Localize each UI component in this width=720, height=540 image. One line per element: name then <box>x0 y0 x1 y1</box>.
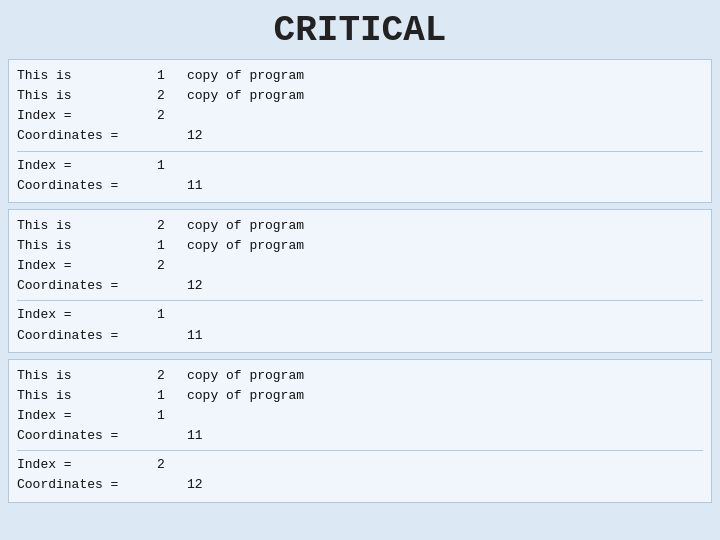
row-text: copy of program <box>187 66 703 86</box>
row-label: This is <box>17 66 157 86</box>
row-label: Index = <box>17 256 157 276</box>
block-2-0: This is2copy of programThis is1copy of p… <box>17 366 703 447</box>
row-val1: 1 <box>187 477 195 492</box>
row-text: 11 <box>187 176 703 196</box>
row-label: This is <box>17 366 157 386</box>
table-row: Coordinates =11 <box>17 326 703 346</box>
row-val2: 2 <box>195 477 203 492</box>
row-text: copy of program <box>187 216 703 236</box>
row-val1: 1 <box>187 278 195 293</box>
row-label: Coordinates = <box>17 276 157 296</box>
table-row: Index =1 <box>17 406 703 426</box>
row-label: Index = <box>17 106 157 126</box>
row-text: 11 <box>187 426 703 446</box>
row-num: 2 <box>157 455 187 475</box>
row-val1: 1 <box>187 178 195 193</box>
section-2: This is2copy of programThis is1copy of p… <box>8 359 712 503</box>
row-num: 2 <box>157 216 187 236</box>
row-label: This is <box>17 386 157 406</box>
row-text: copy of program <box>187 236 703 256</box>
sections-container: This is1copy of programThis is2copy of p… <box>0 59 720 503</box>
row-label: This is <box>17 86 157 106</box>
row-text: copy of program <box>187 366 703 386</box>
table-row: This is1copy of program <box>17 386 703 406</box>
row-label: Index = <box>17 305 157 325</box>
row-num: 1 <box>157 156 187 176</box>
row-text: 12 <box>187 126 703 146</box>
row-val1: 1 <box>187 328 195 343</box>
row-label: Index = <box>17 156 157 176</box>
row-text: copy of program <box>187 386 703 406</box>
row-num: 2 <box>157 106 187 126</box>
table-row: This is2copy of program <box>17 366 703 386</box>
row-val2: 2 <box>195 128 203 143</box>
table-row: Coordinates =11 <box>17 426 703 446</box>
row-label: Index = <box>17 455 157 475</box>
row-val2: 1 <box>195 178 203 193</box>
block-0-1: Index =1Coordinates =11 <box>17 156 703 196</box>
row-val2: 2 <box>195 278 203 293</box>
table-row: Coordinates =12 <box>17 475 703 495</box>
block-0-0: This is1copy of programThis is2copy of p… <box>17 66 703 147</box>
table-row: Index =1 <box>17 305 703 325</box>
row-text: 11 <box>187 326 703 346</box>
table-row: This is2copy of program <box>17 216 703 236</box>
row-label: Coordinates = <box>17 426 157 446</box>
block-1-0: This is2copy of programThis is1copy of p… <box>17 216 703 297</box>
row-label: Coordinates = <box>17 326 157 346</box>
row-num: 1 <box>157 386 187 406</box>
row-num: 1 <box>157 236 187 256</box>
row-val2: 1 <box>195 428 203 443</box>
table-row: This is2copy of program <box>17 86 703 106</box>
table-row: Coordinates =12 <box>17 126 703 146</box>
row-label: Coordinates = <box>17 176 157 196</box>
block-1-1: Index =1Coordinates =11 <box>17 305 703 345</box>
row-text: 12 <box>187 475 703 495</box>
row-text: 12 <box>187 276 703 296</box>
table-row: Coordinates =12 <box>17 276 703 296</box>
row-val1: 1 <box>187 128 195 143</box>
row-label: Coordinates = <box>17 126 157 146</box>
table-row: This is1copy of program <box>17 236 703 256</box>
table-row: Index =2 <box>17 106 703 126</box>
table-row: Index =2 <box>17 455 703 475</box>
row-label: Coordinates = <box>17 475 157 495</box>
row-label: This is <box>17 236 157 256</box>
row-text: copy of program <box>187 86 703 106</box>
row-num: 2 <box>157 86 187 106</box>
row-num: 2 <box>157 366 187 386</box>
table-row: Index =2 <box>17 256 703 276</box>
row-num: 1 <box>157 66 187 86</box>
row-num: 1 <box>157 406 187 426</box>
row-val1: 1 <box>187 428 195 443</box>
section-1: This is2copy of programThis is1copy of p… <box>8 209 712 353</box>
page-title: CRITICAL <box>0 0 720 59</box>
row-val2: 1 <box>195 328 203 343</box>
row-num: 2 <box>157 256 187 276</box>
section-0: This is1copy of programThis is2copy of p… <box>8 59 712 203</box>
table-row: Coordinates =11 <box>17 176 703 196</box>
row-label: Index = <box>17 406 157 426</box>
row-num: 1 <box>157 305 187 325</box>
table-row: Index =1 <box>17 156 703 176</box>
row-label: This is <box>17 216 157 236</box>
block-2-1: Index =2Coordinates =12 <box>17 455 703 495</box>
table-row: This is1copy of program <box>17 66 703 86</box>
